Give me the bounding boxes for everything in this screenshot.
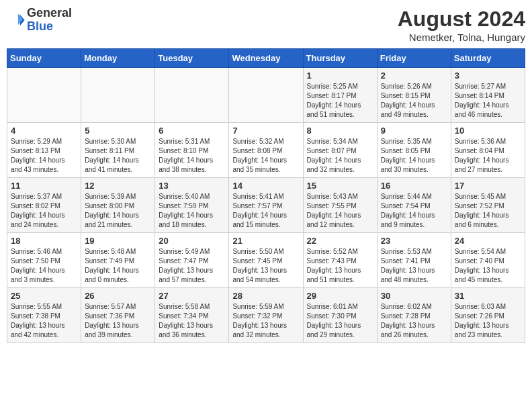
day-cell-15: 15Sunrise: 5:43 AM Sunset: 7:55 PM Dayli…: [303, 178, 377, 233]
day-info: Sunrise: 5:43 AM Sunset: 7:55 PM Dayligh…: [307, 192, 373, 230]
logo-icon: [7, 11, 26, 30]
day-info: Sunrise: 5:50 AM Sunset: 7:45 PM Dayligh…: [232, 247, 299, 285]
week-row-2: 4Sunrise: 5:29 AM Sunset: 8:13 PM Daylig…: [7, 123, 525, 178]
day-number: 8: [307, 126, 373, 136]
empty-cell: [229, 68, 303, 123]
day-number: 2: [381, 71, 447, 81]
week-row-1: 1Sunrise: 5:25 AM Sunset: 8:17 PM Daylig…: [7, 68, 525, 123]
day-cell-18: 18Sunrise: 5:46 AM Sunset: 7:50 PM Dayli…: [7, 233, 81, 288]
day-info: Sunrise: 5:29 AM Sunset: 8:13 PM Dayligh…: [11, 137, 77, 175]
day-cell-24: 24Sunrise: 5:54 AM Sunset: 7:40 PM Dayli…: [451, 233, 525, 288]
weekday-header-sunday: Sunday: [7, 49, 81, 68]
day-cell-21: 21Sunrise: 5:50 AM Sunset: 7:45 PM Dayli…: [229, 233, 303, 288]
day-cell-29: 29Sunrise: 6:01 AM Sunset: 7:30 PM Dayli…: [303, 288, 377, 343]
week-row-3: 11Sunrise: 5:37 AM Sunset: 8:02 PM Dayli…: [7, 178, 525, 233]
day-cell-27: 27Sunrise: 5:58 AM Sunset: 7:34 PM Dayli…: [155, 288, 229, 343]
day-number: 25: [11, 291, 77, 301]
day-number: 15: [307, 181, 373, 191]
empty-cell: [81, 68, 155, 123]
weekday-header-monday: Monday: [81, 49, 155, 68]
day-cell-13: 13Sunrise: 5:40 AM Sunset: 7:59 PM Dayli…: [155, 178, 229, 233]
day-info: Sunrise: 5:41 AM Sunset: 7:57 PM Dayligh…: [232, 192, 299, 230]
month-year: August 2024: [398, 7, 525, 32]
day-info: Sunrise: 5:30 AM Sunset: 8:11 PM Dayligh…: [85, 137, 151, 175]
day-cell-4: 4Sunrise: 5:29 AM Sunset: 8:13 PM Daylig…: [7, 123, 81, 178]
day-cell-23: 23Sunrise: 5:53 AM Sunset: 7:41 PM Dayli…: [377, 233, 451, 288]
page-header: General Blue August 2024 Nemetker, Tolna…: [7, 7, 525, 43]
day-number: 16: [381, 181, 447, 191]
day-info: Sunrise: 5:53 AM Sunset: 7:41 PM Dayligh…: [381, 247, 447, 285]
day-cell-2: 2Sunrise: 5:26 AM Sunset: 8:15 PM Daylig…: [377, 68, 451, 123]
day-cell-20: 20Sunrise: 5:49 AM Sunset: 7:47 PM Dayli…: [155, 233, 229, 288]
day-info: Sunrise: 5:54 AM Sunset: 7:40 PM Dayligh…: [455, 247, 521, 285]
day-number: 13: [159, 181, 225, 191]
day-number: 11: [11, 181, 77, 191]
day-number: 4: [11, 126, 77, 136]
day-info: Sunrise: 5:37 AM Sunset: 8:02 PM Dayligh…: [11, 192, 77, 230]
day-cell-17: 17Sunrise: 5:45 AM Sunset: 7:52 PM Dayli…: [451, 178, 525, 233]
location: Nemetker, Tolna, Hungary: [398, 32, 525, 43]
day-number: 26: [85, 291, 151, 301]
day-number: 12: [85, 181, 151, 191]
day-cell-25: 25Sunrise: 5:55 AM Sunset: 7:38 PM Dayli…: [7, 288, 81, 343]
day-number: 31: [455, 291, 521, 301]
title-block: August 2024 Nemetker, Tolna, Hungary: [398, 7, 525, 43]
day-cell-7: 7Sunrise: 5:32 AM Sunset: 8:08 PM Daylig…: [229, 123, 303, 178]
day-cell-12: 12Sunrise: 5:39 AM Sunset: 8:00 PM Dayli…: [81, 178, 155, 233]
weekday-header-friday: Friday: [377, 49, 451, 68]
day-number: 27: [159, 291, 225, 301]
day-info: Sunrise: 5:27 AM Sunset: 8:14 PM Dayligh…: [455, 82, 521, 120]
day-info: Sunrise: 5:55 AM Sunset: 7:38 PM Dayligh…: [11, 302, 77, 340]
day-number: 21: [232, 236, 299, 246]
day-info: Sunrise: 5:49 AM Sunset: 7:47 PM Dayligh…: [159, 247, 225, 285]
day-info: Sunrise: 5:34 AM Sunset: 8:07 PM Dayligh…: [307, 137, 373, 175]
day-info: Sunrise: 5:59 AM Sunset: 7:32 PM Dayligh…: [232, 302, 299, 340]
day-cell-26: 26Sunrise: 5:57 AM Sunset: 7:36 PM Dayli…: [81, 288, 155, 343]
day-info: Sunrise: 5:45 AM Sunset: 7:52 PM Dayligh…: [455, 192, 521, 230]
day-cell-5: 5Sunrise: 5:30 AM Sunset: 8:11 PM Daylig…: [81, 123, 155, 178]
weekday-header-thursday: Thursday: [303, 49, 377, 68]
day-info: Sunrise: 5:44 AM Sunset: 7:54 PM Dayligh…: [381, 192, 447, 230]
day-info: Sunrise: 5:31 AM Sunset: 8:10 PM Dayligh…: [159, 137, 225, 175]
day-number: 22: [307, 236, 373, 246]
day-info: Sunrise: 5:57 AM Sunset: 7:36 PM Dayligh…: [85, 302, 151, 340]
week-row-5: 25Sunrise: 5:55 AM Sunset: 7:38 PM Dayli…: [7, 288, 525, 343]
day-number: 5: [85, 126, 151, 136]
day-cell-8: 8Sunrise: 5:34 AM Sunset: 8:07 PM Daylig…: [303, 123, 377, 178]
day-info: Sunrise: 5:36 AM Sunset: 8:04 PM Dayligh…: [455, 137, 521, 175]
day-cell-3: 3Sunrise: 5:27 AM Sunset: 8:14 PM Daylig…: [451, 68, 525, 123]
day-cell-14: 14Sunrise: 5:41 AM Sunset: 7:57 PM Dayli…: [229, 178, 303, 233]
logo: General Blue: [7, 7, 72, 34]
day-number: 7: [232, 126, 299, 136]
day-info: Sunrise: 5:48 AM Sunset: 7:49 PM Dayligh…: [85, 247, 151, 285]
day-number: 17: [455, 181, 521, 191]
day-info: Sunrise: 5:46 AM Sunset: 7:50 PM Dayligh…: [11, 247, 77, 285]
week-row-4: 18Sunrise: 5:46 AM Sunset: 7:50 PM Dayli…: [7, 233, 525, 288]
day-info: Sunrise: 6:03 AM Sunset: 7:26 PM Dayligh…: [455, 302, 521, 340]
day-info: Sunrise: 5:52 AM Sunset: 7:43 PM Dayligh…: [307, 247, 373, 285]
day-info: Sunrise: 6:01 AM Sunset: 7:30 PM Dayligh…: [307, 302, 373, 340]
day-number: 20: [159, 236, 225, 246]
day-number: 23: [381, 236, 447, 246]
day-info: Sunrise: 5:26 AM Sunset: 8:15 PM Dayligh…: [381, 82, 447, 120]
calendar: SundayMondayTuesdayWednesdayThursdayFrid…: [7, 48, 525, 343]
day-info: Sunrise: 5:25 AM Sunset: 8:17 PM Dayligh…: [307, 82, 373, 120]
day-cell-31: 31Sunrise: 6:03 AM Sunset: 7:26 PM Dayli…: [451, 288, 525, 343]
day-number: 19: [85, 236, 151, 246]
day-cell-22: 22Sunrise: 5:52 AM Sunset: 7:43 PM Dayli…: [303, 233, 377, 288]
day-cell-19: 19Sunrise: 5:48 AM Sunset: 7:49 PM Dayli…: [81, 233, 155, 288]
day-cell-10: 10Sunrise: 5:36 AM Sunset: 8:04 PM Dayli…: [451, 123, 525, 178]
day-cell-30: 30Sunrise: 6:02 AM Sunset: 7:28 PM Dayli…: [377, 288, 451, 343]
weekday-header-wednesday: Wednesday: [229, 49, 303, 68]
day-cell-1: 1Sunrise: 5:25 AM Sunset: 8:17 PM Daylig…: [303, 68, 377, 123]
day-number: 1: [307, 71, 373, 81]
day-number: 6: [159, 126, 225, 136]
day-number: 28: [232, 291, 299, 301]
day-info: Sunrise: 5:35 AM Sunset: 8:05 PM Dayligh…: [381, 137, 447, 175]
day-info: Sunrise: 5:40 AM Sunset: 7:59 PM Dayligh…: [159, 192, 225, 230]
day-number: 18: [11, 236, 77, 246]
empty-cell: [7, 68, 81, 123]
day-number: 30: [381, 291, 447, 301]
empty-cell: [155, 68, 229, 123]
day-number: 10: [455, 126, 521, 136]
